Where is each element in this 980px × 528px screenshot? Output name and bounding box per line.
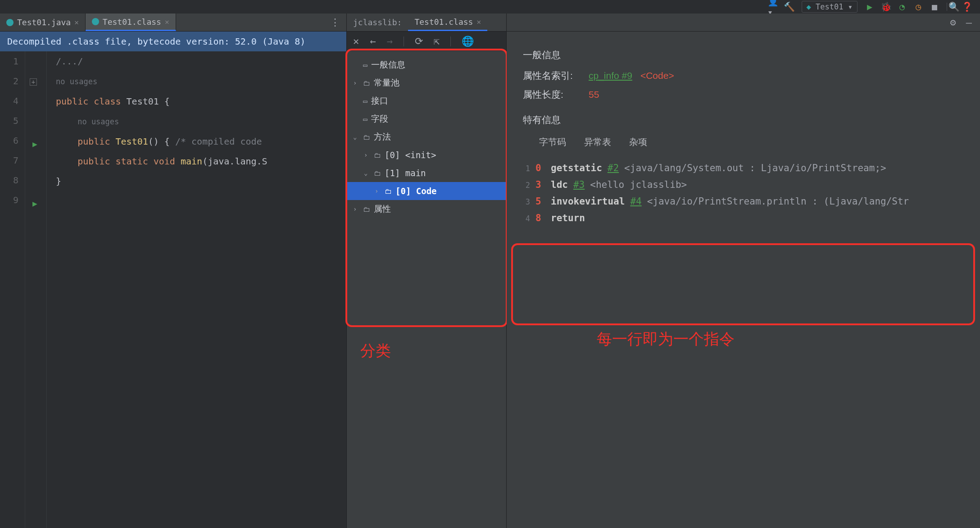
jclasslib-tab[interactable]: Test01.class ✕ [408, 14, 487, 31]
gutter-icons: + ▶ ▶ [25, 51, 47, 528]
cp-link[interactable]: cp_info #9 [589, 70, 632, 81]
jclasslib-header: jclasslib: Test01.class ✕ [347, 14, 506, 32]
jclasslib-tree-pane: jclasslib: Test01.class ✕ ✕ ← → ⟳ ⇱ 🌐 ▭一… [347, 14, 507, 528]
export-icon[interactable]: ⇱ [434, 36, 440, 47]
annotation-text: 每一行即为一个指令 [597, 329, 735, 350]
bytecode-row[interactable]: 2 3 ldc #3 <hello jclasslib> [523, 177, 964, 193]
tab-overflow-icon[interactable]: ⋮ [330, 14, 346, 31]
bug-icon[interactable]: 🐞 [882, 3, 890, 11]
editor-tab[interactable]: Test01.java ✕ [0, 14, 86, 31]
editor-pane: Test01.java ✕ Test01.class ✕ ⋮ Decompile… [0, 14, 347, 528]
stop-icon[interactable]: ■ [930, 3, 939, 11]
separator [450, 36, 451, 46]
gear-icon[interactable]: ⚙ [950, 17, 956, 28]
prop-label: 属性长度: [523, 88, 581, 101]
top-toolbar: 👤▾ 🔨 ◆ Test01 ▾ ▶ 🐞 ◔ ◷ ■ 🔍 ❓ [769, 0, 980, 14]
code-text[interactable]: /.../no usagespublic class Test01 { no u… [47, 51, 346, 528]
play-icon[interactable]: ▶ [866, 3, 874, 11]
editor-tabs: Test01.java ✕ Test01.class ✕ ⋮ [0, 14, 346, 32]
cp-link[interactable]: #4 [630, 193, 641, 209]
separator [404, 36, 404, 46]
search-icon[interactable]: 🔍 [947, 3, 955, 11]
prop-label: 属性名索引: [523, 69, 581, 82]
help-icon[interactable]: ❓ [963, 3, 971, 11]
run-config-icon: ◆ [807, 2, 811, 11]
close-icon[interactable]: ✕ [165, 18, 169, 26]
detail-header: ⚙ — [507, 14, 980, 32]
detail-tab[interactable]: 杂项 [629, 136, 647, 152]
cp-link[interactable]: #2 [608, 160, 619, 176]
editor-tab[interactable]: Test01.class ✕ [86, 14, 176, 31]
prop-tag: <Code> [640, 70, 674, 81]
bytecode-listing[interactable]: 1 0 getstatic #2 <java/lang/System.out :… [523, 160, 964, 227]
back-icon[interactable]: ← [370, 36, 376, 47]
cp-link[interactable]: #3 [573, 177, 585, 193]
annotation-box [345, 49, 508, 327]
chevron-down-icon: ▾ [848, 2, 853, 11]
minimize-icon[interactable]: — [966, 17, 972, 28]
profile-icon[interactable]: ◷ [914, 3, 922, 11]
file-icon [92, 18, 99, 25]
bytecode-row[interactable]: 1 0 getstatic #2 <java/lang/System.out :… [523, 160, 964, 177]
detail-body: 一般信息 属性名索引: cp_info #9 <Code> 属性长度: 55 特… [507, 32, 980, 528]
section-title: 一般信息 [523, 49, 964, 61]
bytecode-row[interactable]: 3 5 invokevirtual #4 <java/io/PrintStrea… [523, 193, 964, 210]
coverage-icon[interactable]: ◔ [898, 3, 906, 11]
prop-value: 55 [589, 89, 599, 100]
tab-label: Test01.class [103, 17, 161, 27]
run-gutter-icon[interactable]: ▶ [32, 134, 37, 154]
bytecode-row[interactable]: 4 8 return [523, 210, 964, 227]
globe-icon[interactable]: 🌐 [462, 36, 474, 47]
property-row: 属性长度: 55 [523, 88, 964, 101]
file-icon [6, 19, 14, 26]
close-icon[interactable]: ✕ [74, 18, 79, 27]
section-title: 特有信息 [523, 114, 964, 126]
property-row: 属性名索引: cp_info #9 <Code> [523, 69, 964, 82]
close-icon[interactable]: ✕ [476, 18, 481, 26]
detail-tab[interactable]: 字节码 [539, 136, 566, 152]
jclasslib-label: jclasslib: [347, 18, 408, 27]
decompiled-banner: Decompiled .class file, bytecode version… [0, 32, 346, 51]
fold-icon[interactable]: + [30, 78, 37, 86]
refresh-icon[interactable]: ⟳ [415, 36, 423, 47]
detail-tab[interactable]: 异常表 [584, 136, 611, 152]
line-gutter: 1 2 4 5 6 7 8 9 [0, 51, 25, 528]
annotation-text: 分类 [360, 341, 391, 361]
run-config-name: Test01 [816, 2, 843, 11]
run-config-dropdown[interactable]: ◆ Test01 ▾ [802, 1, 858, 13]
jclasslib-detail-pane: ⚙ — 一般信息 属性名索引: cp_info #9 <Code> 属性长度: … [507, 14, 980, 528]
forward-icon[interactable]: → [387, 36, 393, 47]
run-gutter-icon[interactable]: ▶ [32, 194, 37, 214]
code-area[interactable]: 1 2 4 5 6 7 8 9 + ▶ ▶ /.../no usagespubl… [0, 51, 346, 528]
tab-label: Test01.java [17, 18, 71, 27]
tab-label: Test01.class [414, 17, 473, 27]
detail-tabs: 字节码 异常表 杂项 [539, 136, 964, 152]
close-icon[interactable]: ✕ [353, 36, 359, 47]
hammer-icon[interactable]: 🔨 [785, 3, 794, 11]
person-icon[interactable]: 👤▾ [769, 3, 777, 11]
annotation-box [511, 243, 975, 325]
